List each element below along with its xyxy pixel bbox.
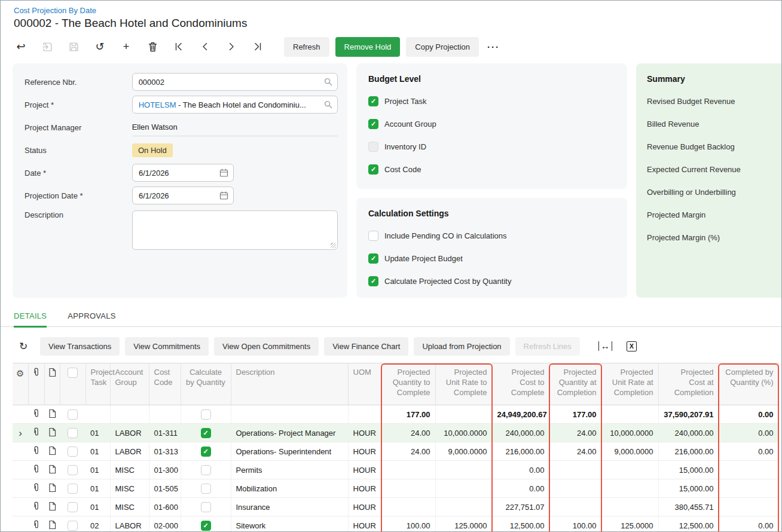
fit-width-icon[interactable]: ↔	[598, 341, 612, 351]
date-input[interactable]: 6/1/2026	[132, 164, 234, 182]
cell-pc-completion[interactable]: 216,000.00	[658, 442, 719, 461]
select-all-checkbox[interactable]	[68, 368, 78, 378]
cell-uom[interactable]: HOUR	[348, 424, 381, 442]
cell-pur-complete[interactable]: 125.0000	[435, 516, 492, 532]
cell-pc-complete[interactable]: 0.00	[492, 461, 549, 479]
cell-description[interactable]: Operations- Superintendent	[231, 442, 348, 461]
delete-icon[interactable]	[146, 39, 158, 54]
view-open-commitments-button[interactable]: View Open Commitments	[214, 337, 319, 356]
note-icon[interactable]	[48, 430, 56, 439]
cell-completed-pct[interactable]	[719, 461, 778, 479]
row-select-cell[interactable]	[60, 516, 85, 532]
include-pending-co-in-calculations-checkbox[interactable]	[368, 231, 378, 241]
cell-pc-completion[interactable]: 37,590,207.91	[658, 405, 719, 424]
view-transactions-button[interactable]: View Transactions	[40, 337, 120, 356]
project-input[interactable]: HOTELSM - The Beach Hotel and Condominiu…	[132, 96, 338, 114]
col-header-pc-completion[interactable]: Projected Cost at Completion	[658, 363, 719, 405]
paperclip-icon[interactable]	[33, 522, 40, 531]
tab-approvals[interactable]: APPROVALS	[68, 311, 116, 328]
cell-pc-completion[interactable]: 12,500.00	[658, 516, 719, 532]
paperclip-icon[interactable]	[33, 430, 40, 439]
row-note-cell[interactable]	[44, 424, 60, 442]
row-attachment-cell[interactable]	[28, 424, 44, 442]
cell-cost-code[interactable]: 01-600	[149, 498, 181, 516]
col-header-pq-completion[interactable]: Projected Quantity at Completion	[549, 363, 601, 405]
row-select-checkbox[interactable]	[68, 484, 78, 494]
cell-pur-completion[interactable]	[601, 479, 658, 498]
row-attachment-cell[interactable]	[28, 516, 44, 532]
cell-pur-complete[interactable]: 10,000.0000	[435, 424, 492, 442]
cell-pq-completion[interactable]: 24.00	[549, 442, 601, 461]
cell-completed-pct[interactable]	[719, 479, 778, 498]
cell-pur-complete[interactable]	[435, 479, 492, 498]
cell-completed-pct[interactable]: 0.00	[719, 405, 778, 424]
calc-by-quantity-checkbox[interactable]	[201, 447, 211, 457]
cell-pc-complete[interactable]: 240,000.00	[492, 424, 549, 442]
paperclip-icon[interactable]	[33, 485, 40, 494]
cell-pc-completion[interactable]: 15,000.00	[658, 479, 719, 498]
cell-uom[interactable]: HOUR	[348, 498, 381, 516]
cell-pur-completion[interactable]	[601, 498, 658, 516]
cell-account-group[interactable]: MISC	[110, 479, 149, 498]
description-textarea[interactable]	[132, 210, 338, 250]
cell-task[interactable]: 01	[85, 424, 110, 442]
row-attachment-cell[interactable]	[28, 479, 44, 498]
cell-pq-completion[interactable]	[549, 498, 601, 516]
project-link[interactable]: HOTELSM	[139, 100, 176, 109]
col-header-description[interactable]: Description	[231, 363, 348, 405]
row-select-checkbox[interactable]	[68, 428, 78, 438]
cell-task[interactable]: 01	[85, 442, 110, 461]
cell-pq-complete[interactable]	[381, 461, 435, 479]
go-prev-icon[interactable]	[199, 39, 211, 54]
row-select-checkbox[interactable]	[68, 502, 78, 512]
col-header-account-group[interactable]: Account Group	[110, 363, 149, 405]
cell-task[interactable]: 02	[85, 516, 110, 532]
search-icon[interactable]	[324, 78, 332, 86]
cell-task[interactable]: 01	[85, 461, 110, 479]
note-icon[interactable]	[48, 522, 56, 531]
cell-pur-complete[interactable]	[435, 461, 492, 479]
cell-pq-complete[interactable]: 24.00	[381, 442, 435, 461]
cell-pc-complete[interactable]: 216,000.00	[492, 442, 549, 461]
calc-by-quantity-checkbox[interactable]	[201, 484, 211, 494]
calc-by-quantity-checkbox[interactable]	[201, 409, 211, 420]
back-icon[interactable]: ↩	[15, 39, 27, 54]
add-icon[interactable]: +	[120, 39, 132, 54]
cell-description[interactable]: Mobilization	[231, 479, 348, 498]
row-select-cell[interactable]	[60, 424, 85, 442]
more-actions-button[interactable]: ···	[487, 42, 500, 52]
cell-description[interactable]	[231, 405, 348, 424]
row-select-cell[interactable]	[60, 498, 85, 516]
remove-hold-button[interactable]: Remove Hold	[335, 37, 401, 57]
cell-pur-complete[interactable]: 9,000.0000	[435, 442, 492, 461]
row-select-checkbox[interactable]	[68, 409, 78, 420]
go-last-icon[interactable]	[252, 39, 264, 54]
cell-cost-code[interactable]: 02-000	[149, 516, 181, 532]
cell-description[interactable]: Operations- Project Manager	[231, 424, 348, 442]
col-header-pur-complete[interactable]: Projected Unit Rate to Complete	[435, 363, 492, 405]
col-header-calc-by-qty[interactable]: Calculate by Quantity	[181, 363, 231, 405]
cell-pq-completion[interactable]	[549, 461, 601, 479]
copy-projection-button[interactable]: Copy Projection	[406, 37, 479, 57]
row-attachment-cell[interactable]	[28, 461, 44, 479]
cell-calc-by-qty[interactable]	[181, 479, 231, 498]
row-select-cell[interactable]	[60, 405, 85, 424]
row-select-cell[interactable]	[60, 479, 85, 498]
cell-pq-complete[interactable]	[381, 479, 435, 498]
row-select-checkbox[interactable]	[68, 447, 78, 457]
cell-pc-completion[interactable]: 240,000.00	[658, 424, 719, 442]
cell-pq-complete[interactable]	[381, 498, 435, 516]
cell-uom[interactable]: HOUR	[348, 461, 381, 479]
row-expand-cell[interactable]: ›	[13, 424, 28, 442]
col-header-completed-pct[interactable]: Completed by Quantity (%)	[719, 363, 778, 405]
col-header-uom[interactable]: UOM	[348, 363, 381, 405]
cell-uom[interactable]	[348, 405, 381, 424]
cell-pur-complete[interactable]	[435, 405, 492, 424]
reference-nbr-input[interactable]: 000002	[132, 73, 338, 91]
go-next-icon[interactable]	[225, 39, 237, 54]
cell-pq-completion[interactable]: 100.00	[549, 516, 601, 532]
row-note-cell[interactable]	[44, 461, 60, 479]
col-header-cost-code[interactable]: Cost Code	[149, 363, 181, 405]
cell-description[interactable]: Sitework	[231, 516, 348, 532]
cell-cost-code[interactable]: 01-313	[149, 442, 181, 461]
